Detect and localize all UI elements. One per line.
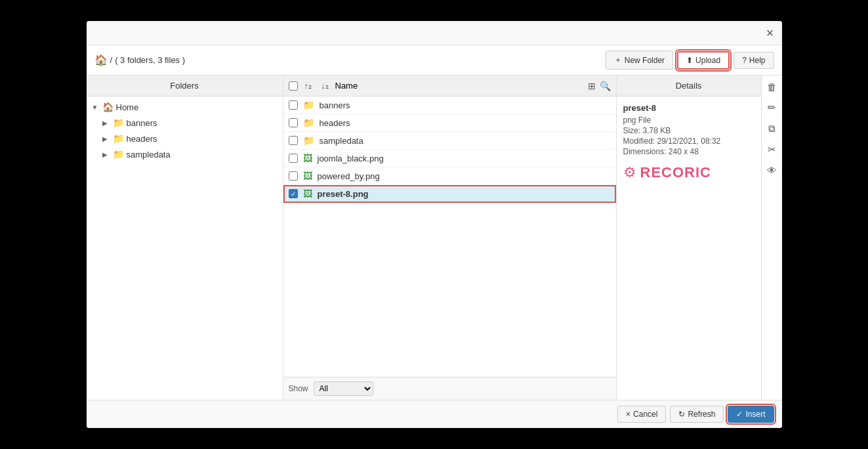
banners-arrow-icon: ▶ <box>102 119 110 127</box>
recoric-icon: ⚙ <box>623 164 636 181</box>
file-name-headers: headers <box>320 118 350 128</box>
cancel-button[interactable]: × Cancel <box>617 406 666 423</box>
toolbar: 🏠 / ( 3 folders, 3 files ) ＋ New Folder … <box>87 45 782 75</box>
show-select[interactable]: All Images Documents <box>314 381 373 396</box>
file-checkbox-headers[interactable] <box>289 118 298 127</box>
detail-dimensions: Dimensions: 240 x 48 <box>623 147 754 156</box>
file-checkbox-banners[interactable] <box>289 100 298 110</box>
folder-tree: ▼ 🏠 Home ▶ 📁 banners ▶ 📁 headers ▶ 📁 <box>87 96 283 400</box>
close-button[interactable]: × <box>766 26 774 39</box>
folders-panel-header: Folders <box>87 75 283 96</box>
name-column-header: Name <box>335 81 584 91</box>
file-name-banners: banners <box>320 100 350 110</box>
detail-filename: preset-8 <box>623 103 754 113</box>
detail-modified: Modified: 29/12/2021, 08:32 <box>623 137 754 146</box>
folder-icon-banners: 📁 <box>303 100 314 110</box>
list-item-selected[interactable]: ✓ 🖼 preset-8.png <box>283 185 616 203</box>
delete-button[interactable]: 🗑 <box>765 79 779 95</box>
detail-preview: ⚙ RECORIC <box>623 164 754 181</box>
refresh-icon: ↻ <box>678 410 685 419</box>
files-footer: Show All Images Documents <box>283 377 616 400</box>
headers-arrow-icon: ▶ <box>102 135 110 142</box>
headers-folder-icon: 📁 <box>113 133 124 144</box>
new-folder-label: New Folder <box>625 56 665 65</box>
file-name-joomla: joomla_black.png <box>318 154 384 163</box>
folder-icon-headers: 📁 <box>303 118 314 128</box>
search-button[interactable]: 🔍 <box>600 81 611 91</box>
file-checkbox-sampledata[interactable] <box>289 136 298 145</box>
tree-item-banners[interactable]: ▶ 📁 banners <box>87 115 283 131</box>
breadcrumb-info: ( 3 folders, 3 files ) <box>115 55 185 65</box>
toolbar-right: ＋ New Folder ⬆ Upload ? Help <box>606 51 774 70</box>
tree-label-sampledata: sampledata <box>127 150 171 160</box>
file-name-powered: powered_by.png <box>318 171 380 181</box>
list-item[interactable]: 🖼 joomla_black.png <box>283 150 616 167</box>
tree-label-banners: banners <box>127 118 157 128</box>
toggle-view-button[interactable]: ⊞ <box>588 81 596 91</box>
image-icon-preset8: 🖼 <box>303 188 312 199</box>
modal-footer: × Cancel ↻ Refresh ✓ Insert <box>87 400 782 428</box>
edit-button[interactable]: ✏ <box>766 100 778 116</box>
files-panel: ↑₂ ↓₂ Name ⊞ 🔍 📁 banners 📁 <box>283 75 617 400</box>
copy-button[interactable]: ⧉ <box>766 121 777 137</box>
detail-filesize: Size: 3.78 KB <box>623 126 754 135</box>
breadcrumb-separator: / <box>110 55 113 65</box>
tree-item-home[interactable]: ▼ 🏠 Home <box>87 99 283 115</box>
recoric-text: RECORIC <box>640 164 711 181</box>
sampledata-arrow-icon: ▶ <box>102 151 110 158</box>
tree-label-headers: headers <box>127 134 157 144</box>
view-button[interactable]: 👁 <box>765 163 779 178</box>
file-checkbox-preset8-checked[interactable]: ✓ <box>289 189 298 198</box>
home-folder-icon: 🏠 <box>102 102 114 112</box>
insert-icon: ✓ <box>736 410 743 419</box>
list-item[interactable]: 📁 headers <box>283 114 616 132</box>
file-checkbox-joomla[interactable] <box>289 154 298 163</box>
home-arrow-icon: ▼ <box>92 104 100 111</box>
select-all-checkbox[interactable] <box>289 81 298 91</box>
new-folder-icon: ＋ <box>614 54 622 66</box>
help-button[interactable]: ? Help <box>734 52 774 69</box>
list-item[interactable]: 📁 banners <box>283 96 616 114</box>
actions-panel: 🗑 ✏ ⧉ ✂ 👁 <box>761 75 782 400</box>
upload-button[interactable]: ⬆ Upload <box>677 51 730 70</box>
home-icon[interactable]: 🏠 <box>94 54 108 66</box>
insert-label: Insert <box>745 410 765 419</box>
details-content: preset-8 png File Size: 3.78 KB Modified… <box>617 96 761 400</box>
image-icon-joomla: 🖼 <box>303 153 312 163</box>
tree-label-home: Home <box>116 102 139 112</box>
upload-icon: ⬆ <box>686 56 693 65</box>
refresh-button[interactable]: ↻ Refresh <box>670 406 724 423</box>
detail-filetype: png File <box>623 116 754 125</box>
cancel-label: Cancel <box>633 410 657 419</box>
details-header: Details <box>617 75 761 96</box>
sampledata-folder-icon: 📁 <box>113 149 124 160</box>
refresh-label: Refresh <box>688 410 715 419</box>
help-label: Help <box>749 56 766 65</box>
list-item[interactable]: 📁 sampledata <box>283 132 616 150</box>
file-checkbox-powered[interactable] <box>289 171 298 181</box>
image-icon-powered: 🖼 <box>303 171 312 181</box>
banners-folder-icon: 📁 <box>113 118 124 128</box>
details-panel: Details preset-8 png File Size: 3.78 KB … <box>617 75 761 400</box>
main-area: Folders ▼ 🏠 Home ▶ 📁 banners ▶ 📁 headers <box>87 75 782 400</box>
tree-item-sampledata[interactable]: ▶ 📁 sampledata <box>87 146 283 162</box>
cut-button[interactable]: ✂ <box>766 142 778 158</box>
breadcrumb: 🏠 / ( 3 folders, 3 files ) <box>94 54 600 66</box>
name-label: Name <box>335 81 358 91</box>
list-item[interactable]: 🖼 powered_by.png <box>283 167 616 185</box>
file-name-preset8: preset-8.png <box>318 189 369 199</box>
cancel-icon: × <box>626 410 630 419</box>
upload-label: Upload <box>695 56 720 65</box>
sort-desc-button[interactable]: ↓₂ <box>318 79 331 92</box>
folders-panel: Folders ▼ 🏠 Home ▶ 📁 banners ▶ 📁 headers <box>87 75 283 400</box>
files-list: 📁 banners 📁 headers 📁 sampledata <box>283 96 616 377</box>
file-name-sampledata: sampledata <box>320 136 363 146</box>
modal-header: × <box>87 21 782 45</box>
file-manager-modal: × 🏠 / ( 3 folders, 3 files ) ＋ New Folde… <box>87 21 782 428</box>
show-label: Show <box>289 384 308 393</box>
help-icon: ? <box>742 56 747 65</box>
new-folder-button[interactable]: ＋ New Folder <box>606 51 673 70</box>
tree-item-headers[interactable]: ▶ 📁 headers <box>87 131 283 146</box>
sort-asc-button[interactable]: ↑₂ <box>302 79 315 92</box>
insert-button[interactable]: ✓ Insert <box>728 406 774 423</box>
